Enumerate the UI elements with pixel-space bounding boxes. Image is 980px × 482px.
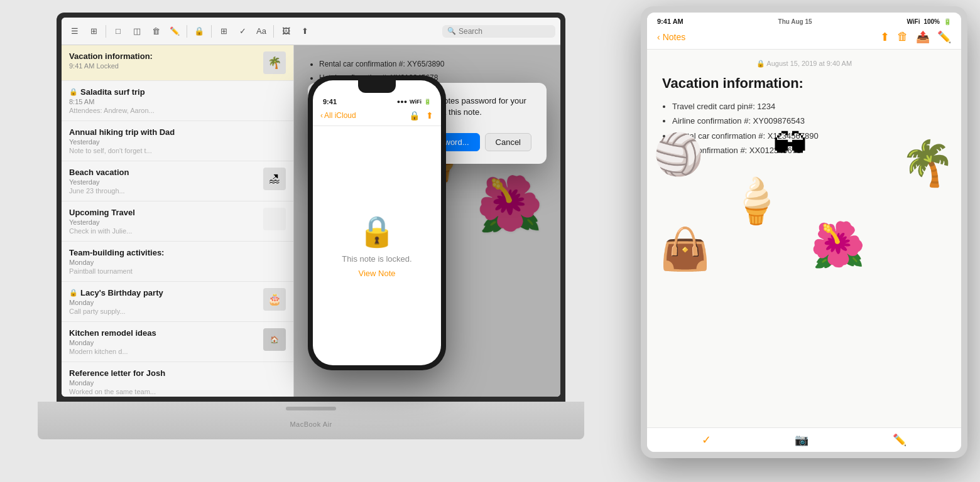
ipad-nav-icons: ⬆ 🗑 📤 ✏️ (880, 30, 951, 44)
note-preview: Note to self, don't forget t... (69, 147, 286, 154)
list-item[interactable]: Annual hiking trip with Dad Yesterday No… (62, 121, 293, 161)
gallery-button[interactable]: □ (110, 23, 126, 40)
format-button[interactable]: Aa (253, 23, 270, 40)
ipad-sunglasses-sticker: 🕶 (773, 125, 807, 165)
ipad-bag-sticker: 👜 (660, 225, 710, 273)
iphone-status-right: ●●● WiFi 🔋 (397, 99, 431, 105)
note-preview: Modern kitchen d... (69, 348, 156, 355)
notes-toolbar: ☰ ⊞ □ ◫ 🗑 ✏️ 🔒 ⊞ ✓ Aa 🖼 ⬆ 🔍 (62, 18, 560, 45)
note-preview: Call party supply... (69, 308, 163, 315)
ipad-battery: 100% (923, 18, 940, 25)
ipad-stickers-area: 🏐 🕶 🌴 🍦 🌺 👜 (647, 125, 961, 390)
iphone-time: 9:41 (323, 98, 337, 105)
list-item[interactable]: Vacation information: 9:41 AM Locked 🌴 (62, 45, 293, 81)
table-button[interactable]: ⊞ (215, 23, 232, 40)
attachments-button[interactable]: ◫ (129, 23, 145, 40)
ipad-nav: ‹ Notes ⬆ 🗑 📤 ✏️ (647, 28, 961, 50)
note-title: 🔒 Lacy's Birthday party (69, 288, 163, 297)
ipad-back-label: Notes (663, 32, 686, 42)
note-title: 🔒 Saladita surf trip (69, 87, 286, 97)
note-meta: Monday (69, 299, 163, 306)
iphone-notch (358, 80, 396, 93)
list-item[interactable]: Reference letter for Josh Monday Worked … (62, 362, 293, 397)
iphone-screen: 9:41 ●●● WiFi 🔋 ‹ All iCloud 🔒 ⬆ 🔒 This … (313, 80, 441, 365)
iphone-back-button[interactable]: ‹ All iCloud (320, 111, 356, 120)
new-note-button[interactable]: ✏️ (166, 23, 183, 40)
lock-icon: 🔒 (756, 60, 765, 67)
ipad-time: 9:41 AM (657, 18, 683, 25)
ipad-status-bar: 9:41 AM Thu Aug 15 WiFi 100% 🔋 (647, 13, 961, 28)
note-meta: Yesterday (69, 138, 286, 146)
macbook-base: MacBook Air (38, 402, 584, 439)
list-item[interactable]: Upcoming Travel Yesterday Check in with … (62, 201, 293, 242)
toolbar-separator-3 (211, 25, 212, 38)
note-title: Kitchen remodel ideas (69, 328, 156, 338)
ipad-compose-icon[interactable]: ✏️ (937, 30, 951, 44)
list-item[interactable]: Beach vacation Yesterday June 23 through… (62, 161, 293, 201)
note-thumbnail: 🌴 (263, 51, 286, 74)
ipad-share-icon[interactable]: 📤 (916, 30, 930, 44)
note-preview: Paintball tournament (69, 267, 286, 275)
note-meta: Yesterday (69, 218, 135, 226)
note-preview: June 23 through... (69, 187, 129, 195)
note-title: Annual hiking trip with Dad (69, 127, 286, 137)
note-title: Vacation information: (69, 51, 153, 61)
search-input[interactable] (459, 27, 550, 36)
ipad-icecream-sticker: 🍦 (729, 175, 783, 227)
search-container: 🔍 (442, 25, 555, 38)
note-meta: Monday (69, 259, 286, 266)
lock-icon: 🔒 (69, 289, 78, 297)
share-icon[interactable]: ⬆ (426, 110, 433, 120)
note-meta: 8:15 AM (69, 98, 286, 105)
ipad-note-bullet-1: Travel credit card pin#: 1234 (672, 99, 946, 114)
ipad-note-date: 🔒 August 15, 2019 at 9:40 AM (662, 60, 946, 68)
list-item[interactable]: Kitchen remodel ideas Monday Modern kitc… (62, 322, 293, 362)
macbook-hinge-notch (286, 407, 336, 410)
lock-button[interactable]: 🔒 (191, 23, 207, 40)
ipad-note-title: Vacation information: (662, 75, 946, 92)
iphone-nav: ‹ All iCloud 🔒 ⬆ (313, 108, 441, 126)
media-button[interactable]: 🖼 (278, 23, 294, 40)
note-thumbnail: 🎂 (263, 288, 286, 311)
ipad-back-button[interactable]: ‹ Notes (657, 32, 685, 42)
ipad-palmtree-sticker: 🌴 (900, 137, 955, 189)
search-icon: 🔍 (447, 27, 456, 35)
note-thumbnail: 🏠 (263, 328, 286, 351)
ipad-pen-button[interactable]: ✏️ (893, 433, 906, 447)
ipad-trash-icon[interactable]: 🗑 (897, 30, 908, 44)
lock-icon[interactable]: 🔒 (409, 110, 420, 120)
view-toggle-button[interactable]: ⊞ (85, 23, 102, 40)
ipad-ball-sticker: 🏐 (653, 131, 704, 178)
note-meta: Monday (69, 339, 156, 346)
iphone-locked-text: This note is locked. (342, 254, 411, 264)
notes-sidebar: Vacation information: 9:41 AM Locked 🌴 🔒… (62, 45, 294, 397)
list-item[interactable]: 🔒 Saladita surf trip 8:15 AM Attendees: … (62, 81, 293, 121)
note-title: Reference letter for Josh (69, 368, 286, 378)
iphone-nav-icons: 🔒 ⬆ (409, 110, 433, 120)
note-preview: Worked on the same team... (69, 388, 286, 395)
share-button[interactable]: ⬆ (297, 23, 313, 40)
view-note-button[interactable]: View Note (358, 269, 395, 278)
ipad-camera-button[interactable]: 📷 (795, 433, 808, 447)
cancel-button[interactable]: Cancel (485, 133, 531, 151)
iphone-locked-content: 🔒 This note is locked. View Note (313, 126, 441, 365)
battery-icon: 🔋 (424, 99, 431, 105)
list-item[interactable]: Team-building activities: Monday Paintba… (62, 242, 293, 282)
delete-button[interactable]: 🗑 (148, 23, 164, 40)
ipad-date: Thu Aug 15 (778, 18, 812, 25)
note-title: Beach vacation (69, 168, 129, 177)
wifi-icon: WiFi (410, 99, 422, 105)
signal-icon: ●●● (397, 99, 407, 105)
note-thumbnail (263, 208, 286, 230)
checklist-button[interactable]: ✓ (234, 23, 251, 40)
note-title: Team-building activities: (69, 248, 286, 257)
sidebar-toggle-button[interactable]: ☰ (67, 23, 83, 40)
iphone: 9:41 ●●● WiFi 🔋 ‹ All iCloud 🔒 ⬆ 🔒 This … (308, 75, 446, 370)
ipad-upload-icon[interactable]: ⬆ (880, 30, 890, 44)
chevron-left-icon: ‹ (657, 32, 660, 42)
ipad-check-button[interactable]: ✓ (702, 433, 711, 447)
ipad-screen: 9:41 AM Thu Aug 15 WiFi 100% 🔋 ‹ Notes ⬆… (647, 13, 961, 452)
list-item[interactable]: 🔒 Lacy's Birthday party Monday Call part… (62, 282, 293, 322)
macbook-label: MacBook Air (38, 420, 584, 428)
note-meta: Yesterday (69, 178, 129, 186)
